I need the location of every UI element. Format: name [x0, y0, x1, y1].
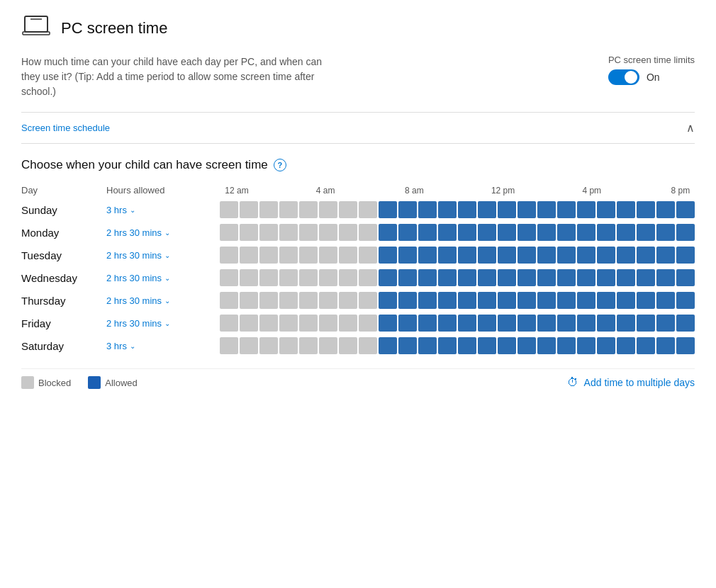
time-cell[interactable] — [319, 269, 337, 286]
time-cell[interactable] — [359, 247, 377, 264]
time-cell[interactable] — [656, 337, 675, 354]
time-cell[interactable] — [498, 201, 516, 218]
time-cell[interactable] — [418, 247, 437, 264]
time-cell[interactable] — [418, 201, 437, 218]
time-cell[interactable] — [498, 337, 516, 354]
time-cell[interactable] — [656, 292, 675, 309]
time-cell[interactable] — [577, 292, 595, 309]
time-cell[interactable] — [518, 292, 536, 309]
time-cell[interactable] — [637, 292, 655, 309]
time-cell[interactable] — [220, 315, 238, 332]
time-cell[interactable] — [637, 224, 655, 241]
schedule-bar[interactable] — [220, 200, 695, 220]
time-cell[interactable] — [458, 337, 476, 354]
time-cell[interactable] — [557, 247, 576, 264]
time-cell[interactable] — [359, 315, 377, 332]
time-cell[interactable] — [339, 315, 357, 332]
time-cell[interactable] — [676, 247, 695, 264]
time-cell[interactable] — [319, 315, 337, 332]
schedule-section-header[interactable]: Screen time schedule ∧ — [21, 112, 695, 144]
time-cell[interactable] — [518, 224, 536, 241]
time-cell[interactable] — [279, 247, 298, 264]
time-cell[interactable] — [557, 269, 576, 286]
time-cell[interactable] — [617, 292, 635, 309]
time-cell[interactable] — [597, 292, 615, 309]
time-cell[interactable] — [438, 201, 457, 218]
time-cell[interactable] — [617, 337, 635, 354]
time-cell[interactable] — [379, 269, 397, 286]
time-cell[interactable] — [478, 201, 496, 218]
time-cell[interactable] — [339, 337, 357, 354]
time-cell[interactable] — [259, 201, 278, 218]
time-cell[interactable] — [398, 315, 417, 332]
time-cell[interactable] — [557, 201, 576, 218]
time-cell[interactable] — [418, 337, 437, 354]
time-cell[interactable] — [478, 224, 496, 241]
time-cell[interactable] — [518, 337, 536, 354]
time-cell[interactable] — [438, 247, 457, 264]
time-cell[interactable] — [518, 269, 536, 286]
time-cell[interactable] — [537, 292, 556, 309]
time-cell[interactable] — [359, 292, 377, 309]
time-cell[interactable] — [379, 247, 397, 264]
time-cell[interactable] — [518, 315, 536, 332]
time-cell[interactable] — [319, 292, 337, 309]
time-cell[interactable] — [279, 292, 298, 309]
time-cell[interactable] — [637, 315, 655, 332]
time-cell[interactable] — [339, 292, 357, 309]
time-cell[interactable] — [577, 201, 595, 218]
time-cell[interactable] — [458, 201, 476, 218]
time-cell[interactable] — [478, 315, 496, 332]
time-cell[interactable] — [597, 201, 615, 218]
time-cell[interactable] — [240, 247, 258, 264]
time-cell[interactable] — [319, 247, 337, 264]
time-cell[interactable] — [676, 269, 695, 286]
time-cell[interactable] — [418, 315, 437, 332]
time-cell[interactable] — [557, 315, 576, 332]
time-cell[interactable] — [577, 337, 595, 354]
time-cell[interactable] — [220, 224, 238, 241]
time-cell[interactable] — [537, 269, 556, 286]
time-cell[interactable] — [259, 269, 278, 286]
time-cell[interactable] — [359, 269, 377, 286]
time-cell[interactable] — [279, 337, 298, 354]
time-cell[interactable] — [259, 292, 278, 309]
time-cell[interactable] — [637, 269, 655, 286]
time-cell[interactable] — [398, 269, 417, 286]
time-cell[interactable] — [518, 201, 536, 218]
time-cell[interactable] — [577, 315, 595, 332]
time-cell[interactable] — [656, 315, 675, 332]
time-cell[interactable] — [339, 201, 357, 218]
schedule-bar[interactable] — [220, 222, 695, 242]
time-cell[interactable] — [398, 224, 417, 241]
time-cell[interactable] — [617, 201, 635, 218]
time-cell[interactable] — [299, 269, 318, 286]
time-cell[interactable] — [617, 247, 635, 264]
time-cell[interactable] — [478, 337, 496, 354]
time-cell[interactable] — [498, 247, 516, 264]
time-cell[interactable] — [438, 224, 457, 241]
time-cell[interactable] — [498, 269, 516, 286]
time-cell[interactable] — [279, 269, 298, 286]
time-cell[interactable] — [537, 247, 556, 264]
time-cell[interactable] — [240, 292, 258, 309]
time-cell[interactable] — [617, 224, 635, 241]
time-cell[interactable] — [379, 337, 397, 354]
time-cell[interactable] — [299, 315, 318, 332]
schedule-bar[interactable] — [220, 245, 695, 265]
time-cell[interactable] — [259, 224, 278, 241]
time-cell[interactable] — [637, 337, 655, 354]
time-cell[interactable] — [398, 201, 417, 218]
time-cell[interactable] — [597, 224, 615, 241]
time-cell[interactable] — [299, 292, 318, 309]
time-cell[interactable] — [656, 247, 675, 264]
time-cell[interactable] — [498, 292, 516, 309]
time-cell[interactable] — [359, 201, 377, 218]
hours-allowed[interactable]: 2 hrs 30 mins⌄ — [106, 250, 220, 261]
time-cell[interactable] — [676, 337, 695, 354]
time-cell[interactable] — [637, 247, 655, 264]
time-cell[interactable] — [220, 337, 238, 354]
screen-time-toggle[interactable] — [608, 69, 639, 85]
time-cell[interactable] — [299, 201, 318, 218]
time-cell[interactable] — [458, 224, 476, 241]
